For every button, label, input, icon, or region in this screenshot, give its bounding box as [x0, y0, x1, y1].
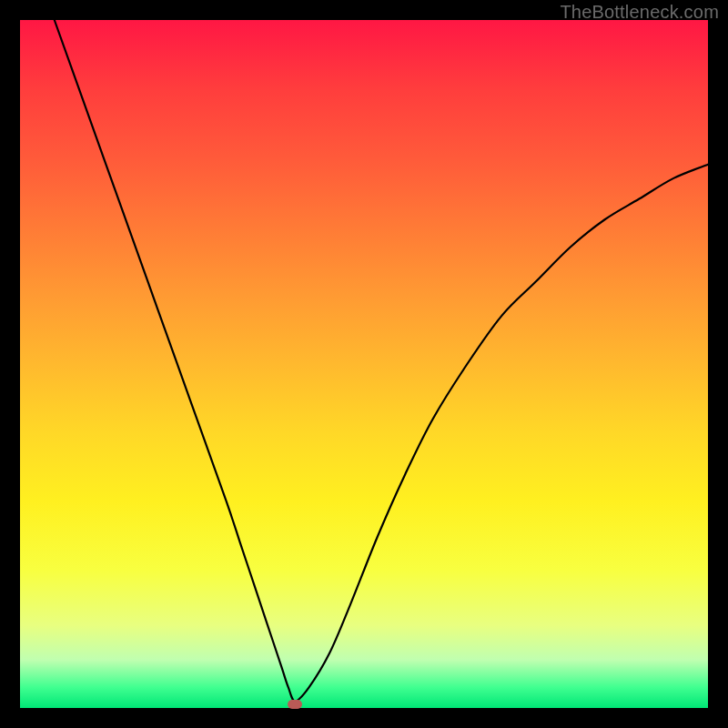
watermark-text: TheBottleneck.com: [560, 2, 719, 23]
minimum-marker: [288, 700, 302, 709]
chart-plot-area: [20, 20, 708, 708]
bottleneck-curve: [20, 20, 708, 708]
